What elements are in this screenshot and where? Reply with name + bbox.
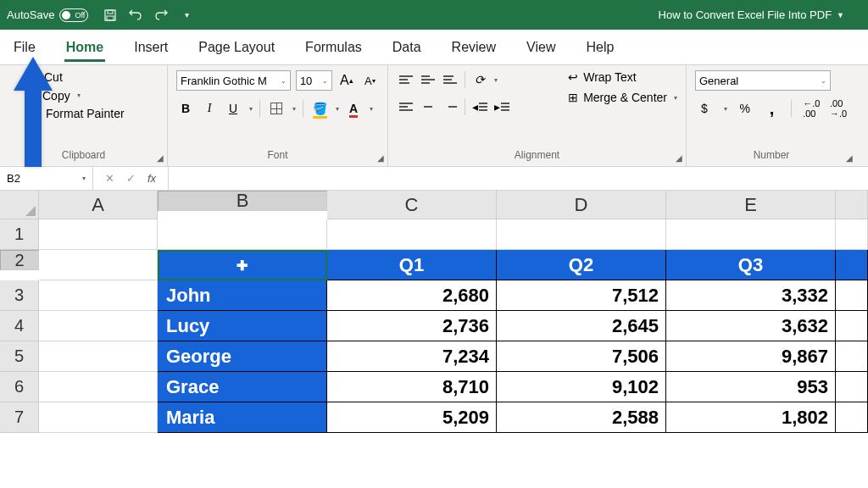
percent-button[interactable]: % — [736, 99, 754, 118]
formula-input[interactable] — [168, 167, 868, 190]
dialog-launcher-icon[interactable]: ◢ — [676, 153, 682, 163]
tab-review[interactable]: Review — [450, 33, 498, 62]
cell[interactable]: Lucy — [158, 311, 327, 341]
fill-color-button[interactable]: 🪣 — [310, 99, 329, 118]
column-header-e[interactable]: E — [666, 191, 836, 219]
cell[interactable]: 3,332 — [666, 280, 836, 311]
bold-button[interactable]: B — [176, 99, 195, 118]
increase-decimal-icon[interactable]: ←.0.00 — [802, 99, 821, 118]
cell[interactable]: 9,102 — [497, 372, 666, 402]
cell[interactable] — [836, 311, 868, 341]
fx-icon[interactable]: fx — [147, 172, 156, 185]
cell[interactable]: 7,506 — [497, 341, 666, 372]
document-title[interactable]: How to Convert Excel File Into PDF ▼ — [659, 8, 844, 21]
qat-customize-icon[interactable]: ▾ — [180, 8, 193, 22]
italic-button[interactable]: I — [200, 99, 219, 118]
row-header[interactable]: 6 — [0, 372, 39, 402]
cell[interactable]: George — [158, 341, 327, 372]
borders-button[interactable] — [267, 99, 286, 118]
cell[interactable]: 8,710 — [327, 372, 497, 402]
row-header[interactable]: 7 — [0, 402, 39, 433]
cell[interactable] — [836, 402, 868, 433]
cell[interactable] — [39, 372, 158, 402]
tab-formulas[interactable]: Formulas — [303, 33, 364, 62]
autosave-toggle[interactable]: AutoSave Off — [7, 8, 88, 22]
underline-button[interactable]: U — [224, 99, 242, 118]
align-top-icon[interactable] — [397, 70, 415, 89]
column-header-d[interactable]: D — [497, 191, 666, 219]
cell-b2-active[interactable]: ✚ — [158, 250, 327, 280]
cell[interactable] — [39, 250, 158, 280]
cancel-icon[interactable]: ✕ — [105, 172, 114, 185]
cell[interactable] — [836, 250, 868, 280]
number-format-select[interactable]: General⌄ — [695, 70, 831, 91]
cell[interactable]: Q2 — [497, 250, 666, 280]
cell[interactable] — [497, 219, 666, 250]
toggle-switch[interactable]: Off — [59, 8, 88, 22]
wrap-text-button[interactable]: ↩Wrap Text — [568, 70, 677, 84]
cell[interactable] — [39, 280, 158, 311]
row-header[interactable]: 3 — [0, 280, 39, 311]
align-bottom-icon[interactable] — [441, 70, 459, 89]
cell[interactable] — [327, 219, 497, 250]
cell[interactable] — [666, 219, 836, 250]
column-header-f[interactable] — [836, 191, 868, 219]
cell[interactable] — [39, 402, 158, 433]
cell[interactable]: Maria — [158, 402, 327, 433]
tab-home[interactable]: Home — [64, 33, 105, 62]
cell[interactable] — [836, 219, 868, 250]
dialog-launcher-icon[interactable]: ◢ — [157, 153, 164, 163]
cell[interactable]: 2,680 — [327, 280, 497, 311]
cell[interactable]: 5,209 — [327, 402, 497, 433]
cell[interactable]: 3,632 — [666, 311, 836, 341]
redo-icon[interactable] — [154, 8, 168, 22]
tab-view[interactable]: View — [525, 33, 557, 62]
enter-icon[interactable]: ✓ — [126, 172, 136, 185]
cell[interactable]: 2,736 — [327, 311, 497, 341]
row-header[interactable]: 1 — [0, 219, 39, 250]
merge-center-button[interactable]: ⊞Merge & Center▾ — [568, 91, 677, 104]
tab-page-layout[interactable]: Page Layout — [197, 33, 276, 62]
cell[interactable]: 2,645 — [497, 311, 666, 341]
tab-data[interactable]: Data — [391, 33, 423, 62]
comma-button[interactable]: , — [763, 99, 782, 118]
column-header-c[interactable]: C — [327, 191, 497, 219]
orientation-icon[interactable]: ⟳ — [470, 70, 489, 89]
save-icon[interactable] — [103, 8, 117, 22]
align-right-icon[interactable] — [441, 97, 459, 116]
decrease-indent-icon[interactable]: ◂ — [470, 97, 489, 116]
column-header-b[interactable]: B — [158, 191, 327, 211]
row-header[interactable]: 5 — [0, 341, 39, 372]
row-header[interactable]: 4 — [0, 311, 39, 341]
cell[interactable] — [39, 219, 158, 250]
increase-indent-icon[interactable]: ▸ — [492, 97, 511, 116]
tab-insert[interactable]: Insert — [132, 33, 170, 62]
cell[interactable]: 2,588 — [497, 402, 666, 433]
select-all-button[interactable] — [0, 191, 39, 219]
cell[interactable]: 1,802 — [666, 402, 836, 433]
font-size-select[interactable]: 10⌄ — [296, 70, 332, 91]
tab-help[interactable]: Help — [584, 33, 615, 62]
cell[interactable]: 7,234 — [327, 341, 497, 372]
cell[interactable]: 7,512 — [497, 280, 666, 311]
cell[interactable]: Grace — [158, 372, 327, 402]
decrease-decimal-icon[interactable]: .00→.0 — [829, 99, 848, 118]
align-left-icon[interactable] — [397, 97, 415, 116]
cell[interactable]: 953 — [666, 372, 836, 402]
cell[interactable]: Q1 — [327, 250, 497, 280]
font-color-button[interactable]: A — [344, 99, 363, 118]
undo-icon[interactable] — [129, 8, 142, 22]
cell[interactable] — [836, 372, 868, 402]
column-header-a[interactable]: A — [39, 191, 158, 219]
cell[interactable] — [39, 341, 158, 372]
increase-font-icon[interactable]: A▴ — [337, 71, 355, 90]
align-center-icon[interactable] — [419, 97, 437, 116]
cell[interactable] — [836, 341, 868, 372]
row-header[interactable]: 2 — [0, 250, 39, 270]
font-name-select[interactable]: Franklin Gothic M⌄ — [176, 70, 291, 91]
align-middle-icon[interactable] — [419, 70, 437, 89]
cell[interactable] — [836, 280, 868, 311]
dialog-launcher-icon[interactable]: ◢ — [846, 153, 853, 163]
cell[interactable]: Q3 — [666, 250, 836, 280]
decrease-font-icon[interactable]: A▾ — [361, 71, 379, 90]
